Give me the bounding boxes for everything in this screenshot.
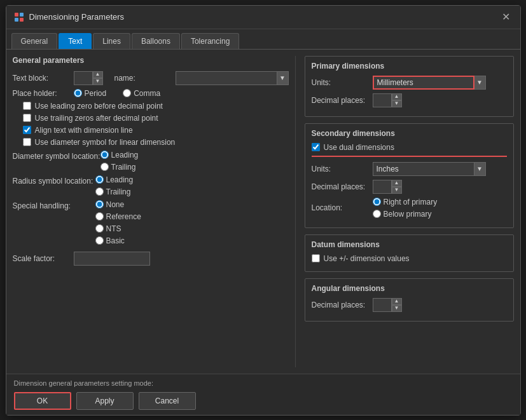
primary-decimal-input[interactable]: 1 <box>373 93 392 107</box>
dual-dimensions-label: Use dual dimensions <box>324 143 394 152</box>
text-block-label: Text block: <box>13 74 70 83</box>
primary-units-display[interactable]: Millimeters <box>373 76 474 90</box>
tab-tolerancing[interactable]: Tolerancing <box>181 33 239 49</box>
special-handling-row: Special handling: None Reference NTS <box>13 200 289 245</box>
none-text: None <box>106 200 125 209</box>
align-text-checkbox[interactable] <box>23 126 31 134</box>
secondary-decimal-input[interactable]: 2 <box>373 180 392 194</box>
dual-dimensions-checkbox[interactable] <box>312 143 320 151</box>
datum-title: Datum dimensions <box>312 240 507 249</box>
right-primary-radio[interactable] <box>373 198 381 206</box>
primary-decimal-down-btn[interactable]: ▼ <box>392 100 402 107</box>
radius-leading-label[interactable]: Leading <box>95 175 134 184</box>
basic-radio[interactable] <box>95 236 104 245</box>
text-block-down-btn[interactable]: ▼ <box>93 78 103 85</box>
align-text-label: Align text with dimension line <box>35 126 133 135</box>
text-block-up-btn[interactable]: ▲ <box>93 71 103 78</box>
secondary-decimal-row: Decimal places: 2 ▲ ▼ <box>312 180 507 194</box>
tab-bar: General Text Lines Balloons Tolerancing <box>6 29 520 50</box>
datum-dimensions-box: Datum dimensions Use +/- dimension value… <box>305 234 514 272</box>
radius-leading-radio[interactable] <box>95 175 104 184</box>
cancel-button[interactable]: Cancel <box>139 392 196 410</box>
secondary-decimal-spinner-btns: ▲ ▼ <box>392 180 402 194</box>
tab-lines[interactable]: Lines <box>93 33 130 49</box>
location-label: Location: <box>312 203 369 212</box>
secondary-divider <box>312 156 507 157</box>
reference-text: Reference <box>106 212 141 221</box>
angular-decimal-down-btn[interactable]: ▼ <box>392 305 402 312</box>
primary-units-arrow[interactable]: ▼ <box>474 76 486 90</box>
scale-factor-input[interactable]: 1.0000 <box>74 252 150 266</box>
left-panel: General parameters Text block: 9 ▲ ▼ nam… <box>13 56 296 367</box>
app-icon <box>14 12 24 22</box>
close-button[interactable]: ✕ <box>500 11 513 24</box>
diameter-symbol-checkbox[interactable] <box>23 138 31 146</box>
diameter-loc-label: Diameter symbol location: <box>13 151 100 161</box>
scale-factor-label: Scale factor: <box>13 254 70 263</box>
diameter-trailing-radio[interactable] <box>100 163 109 171</box>
trailing-zeros-checkbox[interactable] <box>23 114 31 122</box>
angular-decimal-up-btn[interactable]: ▲ <box>392 298 402 305</box>
radius-trailing-radio[interactable] <box>95 187 104 196</box>
below-primary-label[interactable]: Below primary <box>373 210 438 219</box>
diameter-leading-label[interactable]: Leading <box>100 151 139 159</box>
tab-general[interactable]: General <box>11 33 58 49</box>
place-holder-row: Place holder: Period Comma <box>13 89 289 98</box>
comma-radio-label[interactable]: Comma <box>123 89 160 98</box>
secondary-units-display[interactable]: Inches <box>373 162 474 176</box>
dialog-title: Dimensioning Parameters <box>29 12 125 22</box>
radius-location-row: Radius symbol location: Leading Trailing <box>13 175 289 196</box>
angular-dimensions-box: Angular dimensions Decimal places: 1 ▲ ▼ <box>305 278 514 322</box>
secondary-decimal-down-btn[interactable]: ▼ <box>392 187 402 194</box>
text-block-spinner: 9 ▲ ▼ <box>74 71 103 85</box>
nts-radio-label[interactable]: NTS <box>95 224 141 233</box>
title-bar-left: Dimensioning Parameters <box>14 12 125 22</box>
trailing-zeros-label: Use trailing zeros after decimal point <box>35 114 158 123</box>
diameter-trailing-label[interactable]: Trailing <box>100 163 139 172</box>
primary-dimensions-box: Primary dimensions Units: Millimeters ▼ … <box>305 56 514 117</box>
angular-decimal-input[interactable]: 1 <box>373 298 392 312</box>
reference-radio-label[interactable]: Reference <box>95 212 141 221</box>
trailing-zeros-row: Use trailing zeros after decimal point <box>23 114 289 123</box>
none-radio[interactable] <box>95 200 104 208</box>
leading-zero-checkbox[interactable] <box>23 102 31 110</box>
nts-radio[interactable] <box>95 224 104 233</box>
diameter-trailing-text: Trailing <box>111 163 136 172</box>
period-radio[interactable] <box>74 89 82 97</box>
comma-radio[interactable] <box>123 89 131 97</box>
scale-factor-row: Scale factor: 1.0000 <box>13 252 289 266</box>
svg-rect-3 <box>20 18 24 22</box>
angular-decimal-label: Decimal places: <box>312 301 369 309</box>
below-primary-radio[interactable] <box>373 210 381 218</box>
plusminus-row: Use +/- dimension values <box>312 254 507 263</box>
ok-button[interactable]: OK <box>14 392 71 410</box>
secondary-units-arrow[interactable]: ▼ <box>474 162 486 176</box>
radius-trailing-label[interactable]: Trailing <box>95 187 134 196</box>
status-text: Dimension general parameters setting mod… <box>14 379 513 387</box>
tab-text[interactable]: Text <box>59 33 92 49</box>
name-dropdown-arrow[interactable]: ▼ <box>277 71 289 85</box>
secondary-decimal-up-btn[interactable]: ▲ <box>392 180 402 187</box>
apply-button[interactable]: Apply <box>76 392 134 410</box>
name-display[interactable] <box>176 71 277 85</box>
right-primary-label[interactable]: Right of primary <box>373 198 438 207</box>
primary-units-row: Units: Millimeters ▼ <box>312 76 507 90</box>
diameter-leading-text: Leading <box>111 151 139 159</box>
plusminus-checkbox[interactable] <box>312 254 320 262</box>
basic-text: Basic <box>106 236 125 245</box>
radius-loc-radios: Leading Trailing <box>95 175 134 196</box>
reference-radio[interactable] <box>95 212 104 220</box>
primary-units-label: Units: <box>312 78 369 87</box>
tab-balloons[interactable]: Balloons <box>132 33 180 49</box>
primary-decimal-spinner-btns: ▲ ▼ <box>392 93 402 107</box>
text-block-input[interactable]: 9 <box>74 71 93 85</box>
diameter-leading-radio[interactable] <box>100 151 109 159</box>
primary-decimal-up-btn[interactable]: ▲ <box>392 93 402 100</box>
location-row: Location: Right of primary Below primary <box>312 198 507 219</box>
none-radio-label[interactable]: None <box>95 200 141 209</box>
secondary-dimensions-box: Secondary dimensions Use dual dimensions… <box>305 123 514 228</box>
name-label: name: <box>114 74 172 83</box>
below-primary-text: Below primary <box>384 210 432 219</box>
basic-radio-label[interactable]: Basic <box>95 236 141 245</box>
period-radio-label[interactable]: Period <box>74 89 107 98</box>
